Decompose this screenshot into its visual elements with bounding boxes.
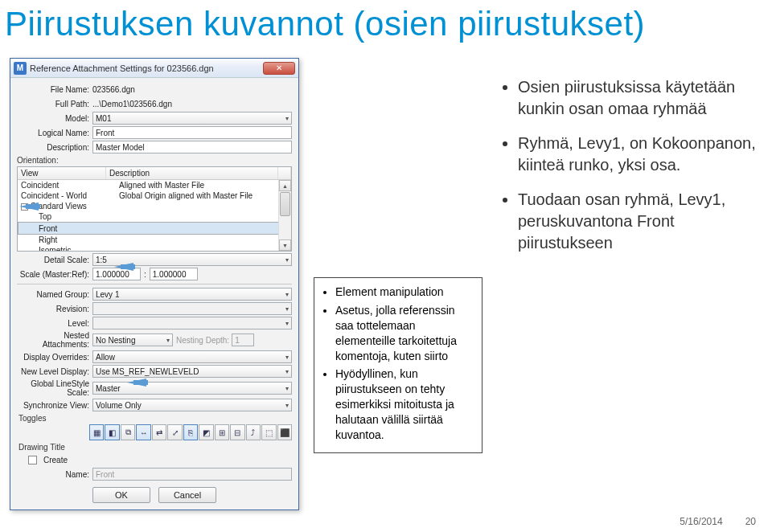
logical-name-input[interactable]: Front bbox=[92, 126, 292, 139]
global-linestyle-value: Master bbox=[96, 384, 121, 393]
name-value: Front bbox=[96, 470, 114, 479]
list-item[interactable]: CoincidentAligned with Master File bbox=[18, 180, 291, 190]
arrow-front-pointer-icon bbox=[19, 203, 39, 211]
toggle-icon[interactable]: ▦ bbox=[89, 424, 104, 440]
toggle-icon[interactable]: ⎘ bbox=[183, 424, 198, 440]
level-select bbox=[92, 317, 292, 329]
scale-master-ref-label: Scale (Master:Ref): bbox=[17, 270, 89, 279]
create-label: Create bbox=[43, 456, 68, 464]
file-name-value: 023566.dgn bbox=[92, 85, 292, 94]
toggle-icon[interactable]: ⊟ bbox=[230, 424, 244, 440]
toggles-toolbar: ▦ ◧ ⧉ ↔ ⇄ ⤢ ⎘ ◩ ⊞ ⊟ ⤴ ⬚ ⬛ bbox=[89, 424, 292, 440]
cancel-button[interactable]: Cancel bbox=[158, 487, 216, 503]
drawing-title-label: Drawing Title bbox=[18, 443, 292, 452]
full-path-label: Full Path: bbox=[17, 100, 89, 108]
list-item-view: Front bbox=[21, 224, 119, 233]
list-item-view: Isometric bbox=[21, 246, 119, 251]
named-group-select[interactable]: Levy 1 bbox=[92, 288, 292, 301]
reference-settings-dialog: M Reference Attachment Settings for 0235… bbox=[10, 58, 299, 510]
list-item-group[interactable]: −Standard Views bbox=[18, 201, 291, 211]
dialog-title: Reference Attachment Settings for 023566… bbox=[30, 63, 260, 73]
named-group-value: Levy 1 bbox=[96, 290, 119, 299]
nesting-depth-label: Nesting Depth: bbox=[176, 336, 229, 345]
description-input[interactable]: Master Model bbox=[92, 141, 292, 153]
scale-ref-value: 1.000000 bbox=[153, 270, 187, 279]
scale-colon: : bbox=[144, 270, 146, 279]
list-item[interactable]: Isometric bbox=[18, 245, 291, 251]
display-overrides-select[interactable]: Allow bbox=[92, 350, 292, 363]
list-item-desc: Aligned with Master File bbox=[119, 181, 288, 190]
toggle-icon[interactable]: ⤢ bbox=[167, 424, 182, 440]
nesting-depth-input: 1 bbox=[232, 334, 254, 346]
toggle-icon[interactable]: ⬛ bbox=[277, 424, 292, 440]
dialog-titlebar[interactable]: M Reference Attachment Settings for 0235… bbox=[10, 59, 298, 78]
toggle-icon[interactable]: ⬚ bbox=[261, 424, 276, 440]
list-item[interactable]: Coincident - WorldGlobal Origin aligned … bbox=[18, 190, 291, 201]
separator bbox=[17, 284, 292, 284]
right-bullet: Osien piirustuksissa käytetään kunkin os… bbox=[518, 76, 758, 120]
list-header-spacer bbox=[278, 167, 291, 179]
list-header-description[interactable]: Description bbox=[106, 167, 278, 179]
list-item-view: Right bbox=[21, 235, 119, 244]
toggle-icon[interactable]: ◧ bbox=[105, 424, 119, 440]
app-icon: M bbox=[14, 62, 27, 75]
callout-bullet: Hyödyllinen, kun piirustukseen on tehty … bbox=[335, 366, 474, 442]
toggle-icon[interactable]: ⤴ bbox=[246, 424, 261, 440]
create-checkbox[interactable] bbox=[28, 456, 37, 464]
nesting-depth-value: 1 bbox=[235, 336, 240, 345]
list-item-view: Coincident bbox=[21, 181, 119, 190]
list-item-desc: Global Origin aligned with Master File bbox=[119, 191, 288, 200]
toggle-element-manipulation-icon[interactable]: ↔ bbox=[136, 424, 150, 440]
scroll-up-icon[interactable]: ▲ bbox=[279, 180, 291, 191]
nested-attachments-label: Nested Attachments: bbox=[17, 331, 89, 349]
ok-button[interactable]: OK bbox=[92, 487, 150, 503]
list-item[interactable]: Top bbox=[18, 211, 291, 222]
revision-label: Revision: bbox=[17, 305, 89, 313]
toggle-icon[interactable]: ◩ bbox=[199, 424, 213, 440]
footer-page: 20 bbox=[745, 516, 756, 527]
global-linestyle-label: Global LineStyle Scale: bbox=[17, 379, 89, 397]
list-item-selected[interactable]: Front bbox=[18, 222, 291, 235]
slide-footer: 5/16/2014 20 bbox=[680, 516, 756, 527]
model-value: M01 bbox=[96, 114, 111, 123]
description-label: Description: bbox=[17, 143, 89, 152]
display-overrides-label: Display Overrides: bbox=[17, 353, 89, 362]
close-button[interactable]: ✕ bbox=[263, 62, 295, 75]
description-value: Master Model bbox=[96, 143, 145, 152]
scale-master-value: 1.000000 bbox=[96, 270, 129, 279]
revision-select bbox=[92, 302, 292, 315]
scale-ref-input[interactable]: 1.000000 bbox=[150, 268, 198, 280]
toggle-icon[interactable]: ⊞ bbox=[215, 424, 229, 440]
slide-title: Piirustuksen kuvannot (osien piirustukse… bbox=[0, 0, 772, 53]
close-icon: ✕ bbox=[276, 63, 282, 72]
global-linestyle-select[interactable]: Master bbox=[92, 382, 292, 395]
orientation-label: Orientation: bbox=[17, 156, 292, 165]
new-level-display-label: New Level Display: bbox=[17, 367, 89, 376]
new-level-display-select[interactable]: Use MS_REF_NEWLEVELD bbox=[92, 365, 292, 378]
model-select[interactable]: M01 bbox=[92, 112, 292, 125]
nested-attachments-select[interactable]: No Nesting bbox=[92, 334, 173, 346]
orientation-listbox[interactable]: View Description CoincidentAligned with … bbox=[17, 166, 292, 252]
list-scrollbar[interactable]: ▲ ▼ bbox=[278, 180, 291, 251]
name-input: Front bbox=[92, 468, 292, 481]
scroll-down-icon[interactable]: ▼ bbox=[279, 239, 291, 251]
list-item[interactable]: Right bbox=[18, 235, 291, 245]
list-header-view[interactable]: View bbox=[18, 167, 106, 179]
display-overrides-value: Allow bbox=[96, 353, 115, 362]
list-item-view: Coincident - World bbox=[21, 191, 119, 200]
named-group-label: Named Group: bbox=[17, 290, 89, 299]
dialog-buttons: OK Cancel bbox=[17, 487, 292, 503]
toggle-icon[interactable]: ⇄ bbox=[152, 424, 166, 440]
sync-view-value: Volume Only bbox=[96, 401, 142, 410]
callout-bullet: Element manipulation bbox=[335, 284, 474, 300]
list-body: CoincidentAligned with Master File Coinc… bbox=[18, 180, 291, 251]
level-label: Level: bbox=[17, 319, 89, 328]
file-name-label: File Name: bbox=[17, 85, 89, 94]
toggles-label: Toggles bbox=[18, 414, 292, 423]
scroll-thumb[interactable] bbox=[280, 192, 290, 216]
sync-view-select[interactable]: Volume Only bbox=[92, 399, 292, 411]
nested-attachments-value: No Nesting bbox=[96, 336, 135, 345]
dialog-content: File Name:023566.dgn Full Path:...\Demo1… bbox=[10, 78, 298, 509]
right-bullets: Osien piirustuksissa käytetään kunkin os… bbox=[500, 76, 758, 268]
toggle-icon[interactable]: ⧉ bbox=[121, 424, 135, 440]
